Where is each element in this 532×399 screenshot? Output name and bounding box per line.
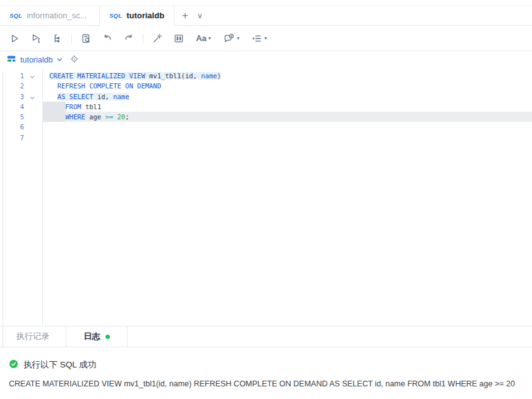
line-number: 7 xyxy=(0,133,24,143)
gutter-row: 6 xyxy=(0,122,42,132)
tab-information-schema[interactable]: SQL information_sc... xyxy=(0,6,100,25)
run-icon xyxy=(9,33,20,44)
locate-target-icon[interactable] xyxy=(70,54,79,66)
editor-header: tutorialdb xyxy=(0,51,532,69)
toolbar-separator xyxy=(143,33,143,44)
panel-left-edge xyxy=(3,71,3,349)
code-line[interactable] xyxy=(43,122,532,132)
sql-preview-button[interactable] xyxy=(75,30,97,47)
editor-gutter: 1234567 xyxy=(0,69,43,326)
log-sql-text: CREATE MATERIALIZED VIEW mv1_tbl1(id, na… xyxy=(9,379,523,388)
log-status-row: 执行以下 SQL 成功 xyxy=(9,359,523,371)
tab-label: information_sc... xyxy=(27,11,87,20)
dropdown-caret-icon: ▾ xyxy=(237,35,239,41)
redo-button[interactable] xyxy=(118,30,140,47)
line-number: 6 xyxy=(0,122,24,132)
tab-log[interactable]: 日志 xyxy=(66,326,128,347)
indent-dropdown[interactable]: ▾ xyxy=(245,30,273,47)
statement-highlight: AS SELECT id, name xyxy=(57,93,130,100)
connection-name[interactable]: tutorialdb xyxy=(20,56,52,64)
compare-button[interactable] xyxy=(168,30,190,47)
connection-chevron-icon[interactable] xyxy=(56,54,63,66)
line-number: 5 xyxy=(0,112,24,122)
undo-button[interactable] xyxy=(97,30,118,47)
result-tabbar: 执行记录 日志 xyxy=(0,326,532,347)
tab-list-chevron-icon[interactable]: ∨ xyxy=(197,12,203,20)
redo-icon xyxy=(123,33,135,44)
code-line[interactable]: WHERE age >= 20; xyxy=(43,112,532,122)
gutter-row: 1 xyxy=(0,71,42,81)
line-number: 2 xyxy=(0,81,24,91)
editor-toolbar: Aa ▾ ▾ ▾ xyxy=(0,26,532,51)
line-number: 4 xyxy=(0,102,24,112)
run-selection-button[interactable] xyxy=(25,30,47,47)
tab-tutorialdb[interactable]: SQL tutorialdb xyxy=(100,6,174,26)
gutter-row: 3 xyxy=(0,92,42,102)
gutter-row: 2 xyxy=(0,81,42,91)
code-line[interactable]: FROM tbl1 xyxy=(43,102,532,112)
execution-plan-button[interactable] xyxy=(47,30,68,47)
line-number: 1 xyxy=(0,71,24,81)
code-lines: CREATE MATERIALIZED VIEW mv1_tbl1(id, na… xyxy=(43,69,532,326)
indent-guide xyxy=(43,112,66,122)
comment-plus-icon xyxy=(223,33,235,44)
undo-icon xyxy=(102,33,113,44)
sql-editor[interactable]: 1234567 CREATE MATERIALIZED VIEW mv1_tbl… xyxy=(0,69,532,326)
tab-execution-records[interactable]: 执行记录 xyxy=(0,326,66,347)
document-tabbar: SQL information_sc... SQL tutorialdb + ∨ xyxy=(0,5,532,26)
indent-guide xyxy=(43,102,66,112)
database-icon xyxy=(6,54,16,66)
gutter-row: 5 xyxy=(0,112,42,122)
line-number: 3 xyxy=(0,92,24,102)
gutter-row: 7 xyxy=(0,133,42,143)
log-status-text: 执行以下 SQL 成功 xyxy=(23,359,96,371)
code-line[interactable]: CREATE MATERIALIZED VIEW mv1_tbl1(id, na… xyxy=(43,71,532,81)
tab-label: tutorialdb xyxy=(126,11,164,20)
tab-label: 执行记录 xyxy=(16,331,49,342)
run-cursor-icon xyxy=(30,33,42,44)
dropdown-caret-icon: ▾ xyxy=(264,35,267,41)
gutter-row: 4 xyxy=(0,102,42,112)
run-button[interactable] xyxy=(4,30,25,47)
window-top-gap xyxy=(0,0,532,5)
log-panel: 执行以下 SQL 成功 CREATE MATERIALIZED VIEW mv1… xyxy=(0,347,532,388)
sql-file-icon: SQL xyxy=(9,13,22,19)
text-case-icon: Aa xyxy=(196,33,207,43)
magic-wand-icon xyxy=(152,33,163,44)
sql-file-icon: SQL xyxy=(109,13,122,19)
activity-dot-icon xyxy=(106,335,110,339)
code-line[interactable] xyxy=(43,133,532,143)
text-case-dropdown[interactable]: Aa ▾ xyxy=(190,30,217,47)
indent-icon xyxy=(251,33,262,44)
format-sql-button[interactable] xyxy=(147,30,168,47)
compare-icon xyxy=(173,33,184,44)
dropdown-caret-icon: ▾ xyxy=(209,35,211,41)
snippet-dropdown[interactable]: ▾ xyxy=(217,30,245,47)
toolbar-separator xyxy=(71,33,72,44)
new-tab-button[interactable]: + xyxy=(182,10,188,21)
tab-label: 日志 xyxy=(84,331,100,342)
statement-highlight: CREATE MATERIALIZED VIEW mv1_tbl1(id, na… xyxy=(49,72,221,80)
code-line[interactable]: AS SELECT id, name xyxy=(43,92,532,102)
code-line[interactable]: REFRESH COMPLETE ON DEMAND xyxy=(43,81,532,91)
file-search-icon xyxy=(80,33,92,44)
execution-plan-icon xyxy=(52,33,63,44)
success-check-icon xyxy=(9,359,18,371)
